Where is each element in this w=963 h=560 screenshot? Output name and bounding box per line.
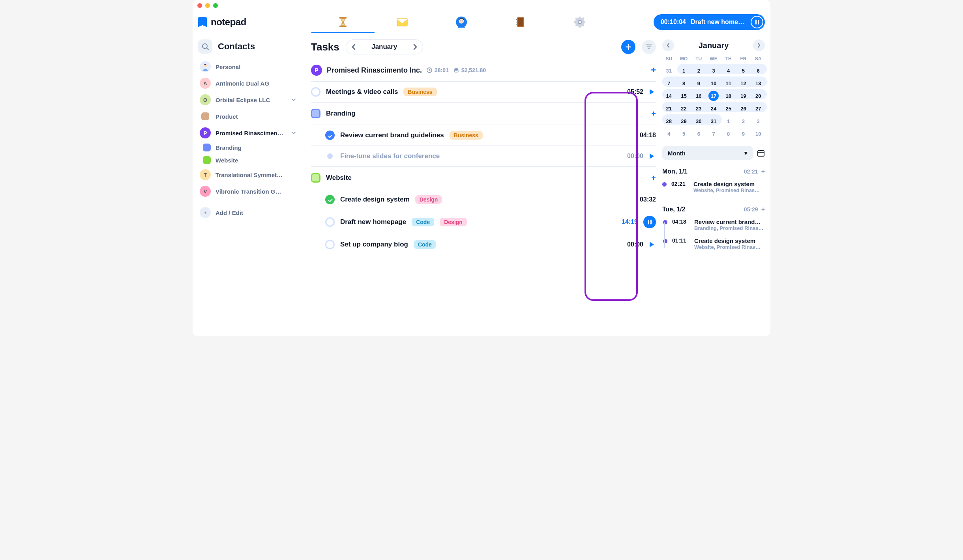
cal-day[interactable]: 22 <box>677 103 691 114</box>
task-row[interactable]: Set up company blogCode00:00 <box>311 234 656 255</box>
cal-day-today[interactable]: 17 <box>708 91 719 101</box>
cal-day[interactable]: 11 <box>722 78 735 88</box>
cal-day[interactable]: 4 <box>662 129 676 139</box>
cal-day[interactable]: 5 <box>677 129 691 139</box>
add-task-to-group-button[interactable]: + <box>651 65 656 75</box>
play-button[interactable] <box>649 89 656 95</box>
cal-day[interactable]: 21 <box>662 103 676 114</box>
search-button[interactable] <box>198 39 212 54</box>
cal-day[interactable]: 24 <box>707 103 720 114</box>
close-window-button[interactable] <box>197 3 202 8</box>
cal-day[interactable]: 8 <box>677 78 691 88</box>
add-entry-button[interactable]: + <box>761 206 765 213</box>
prev-month-button[interactable] <box>352 44 356 50</box>
cal-day[interactable]: 13 <box>751 78 765 88</box>
app-logo[interactable]: notepad <box>198 17 269 28</box>
cal-day[interactable]: 31 <box>662 65 676 76</box>
cal-day[interactable]: 6 <box>692 129 705 139</box>
cal-day[interactable]: 3 <box>707 65 720 76</box>
maximize-window-button[interactable] <box>213 3 218 8</box>
tag-chip[interactable]: Design <box>440 218 467 226</box>
cal-day[interactable]: 2 <box>692 65 705 76</box>
cal-day[interactable]: 18 <box>722 91 735 101</box>
cal-day[interactable]: 3 <box>751 116 765 126</box>
tag-chip[interactable]: Design <box>415 195 442 204</box>
tag-chip[interactable]: Code <box>412 218 434 226</box>
cal-day[interactable]: 6 <box>751 65 765 76</box>
cal-day[interactable]: 31 <box>707 116 720 126</box>
sidebar-item[interactable]: VVibronic Transition G… <box>198 183 298 200</box>
task-row[interactable]: Meetings & video callsBusiness05:52 <box>311 82 656 103</box>
sidebar-add-edit[interactable]: + Add / Edit <box>198 204 298 221</box>
cal-day[interactable]: 8 <box>722 129 735 139</box>
timeline-entry[interactable]: 02:21 Create design system Website, Prom… <box>662 179 765 198</box>
sidebar-item[interactable]: Personal <box>198 58 298 75</box>
add-task-button[interactable] <box>621 40 635 54</box>
next-month-button[interactable] <box>413 44 417 50</box>
sidebar-item[interactable]: AAntimonic Dual AG <box>198 75 298 91</box>
cal-day[interactable]: 29 <box>677 116 691 126</box>
tag-chip[interactable]: Code <box>414 240 436 249</box>
task-checkbox[interactable] <box>311 87 320 97</box>
cal-next-button[interactable] <box>753 39 765 51</box>
sidebar-item[interactable]: OOrbital Eclipse LLC <box>198 91 298 108</box>
cal-day[interactable]: 7 <box>662 78 676 88</box>
play-button[interactable] <box>649 241 656 248</box>
range-dropdown[interactable]: Month ▾ <box>662 146 753 160</box>
nav-settings[interactable] <box>574 11 586 33</box>
cal-day[interactable]: 1 <box>677 65 691 76</box>
sidebar-item[interactable]: PPromised Rinascimen… <box>198 125 298 141</box>
pause-button[interactable] <box>643 216 656 228</box>
timeline-entry[interactable]: 04:18 Review current brand… Branding, Pr… <box>663 217 765 236</box>
cal-day[interactable]: 25 <box>722 103 735 114</box>
add-entry-button[interactable]: + <box>761 168 765 175</box>
task-checkbox-done[interactable] <box>325 131 335 140</box>
active-timer[interactable]: 00:10:04 Draft new homep… <box>654 14 765 30</box>
add-task-to-section-button[interactable]: + <box>651 109 656 118</box>
cal-day[interactable]: 30 <box>692 116 705 126</box>
cal-prev-button[interactable] <box>662 39 674 51</box>
calendar-grid[interactable]: SUMOTUWETHFRSA31123456789101112131415161… <box>662 56 765 139</box>
cal-day[interactable]: 20 <box>751 91 765 101</box>
task-checkbox[interactable] <box>325 240 335 249</box>
calendar-button[interactable] <box>757 149 765 157</box>
cal-day[interactable]: 9 <box>737 129 750 139</box>
cal-day[interactable]: 1 <box>722 116 735 126</box>
timeline-entry[interactable]: 01:11 Create design system Website, Prom… <box>663 236 765 255</box>
tag-chip[interactable]: Business <box>450 131 483 140</box>
cal-day[interactable]: 26 <box>737 103 750 114</box>
play-button[interactable] <box>649 153 656 159</box>
tag-chip[interactable]: Business <box>403 88 437 96</box>
cal-day[interactable]: 23 <box>692 103 705 114</box>
cal-day[interactable]: 10 <box>707 78 720 88</box>
task-row[interactable]: Review current brand guidelinesBusiness0… <box>311 125 656 146</box>
cal-day[interactable]: 7 <box>707 129 720 139</box>
cal-day[interactable]: 2 <box>737 116 750 126</box>
cal-day[interactable]: 12 <box>737 78 750 88</box>
task-checkbox-done[interactable] <box>325 195 335 204</box>
cal-day[interactable]: 9 <box>692 78 705 88</box>
task-row[interactable]: Fine-tune slides for conference00:00 <box>311 146 656 167</box>
nav-mail[interactable] <box>396 11 408 33</box>
task-checkbox[interactable] <box>325 217 335 227</box>
add-task-to-section-button[interactable]: + <box>651 174 656 183</box>
nav-contacts[interactable] <box>455 11 467 33</box>
cal-day[interactable]: 14 <box>662 91 676 101</box>
sidebar-subitem[interactable]: Branding <box>198 141 298 154</box>
task-row[interactable]: Create design systemDesign03:32 <box>311 189 656 210</box>
cal-day[interactable]: 16 <box>692 91 705 101</box>
filter-button[interactable] <box>642 40 656 54</box>
cal-day[interactable]: 15 <box>677 91 691 101</box>
cal-day[interactable]: 5 <box>737 65 750 76</box>
nav-time[interactable] <box>337 11 349 33</box>
nav-notes[interactable] <box>515 11 526 33</box>
sidebar-subitem[interactable]: Website <box>198 154 298 166</box>
sidebar-item[interactable]: TTranslational Symmet… <box>198 166 298 183</box>
pause-timer-button[interactable] <box>751 16 763 28</box>
task-row[interactable]: Draft new homepageCode Design14:19 <box>311 210 656 234</box>
cal-day[interactable]: 19 <box>737 91 750 101</box>
cal-day[interactable]: 4 <box>722 65 735 76</box>
minimize-window-button[interactable] <box>205 3 210 8</box>
cal-day[interactable]: 27 <box>751 103 765 114</box>
sidebar-item[interactable]: Product <box>198 108 298 125</box>
